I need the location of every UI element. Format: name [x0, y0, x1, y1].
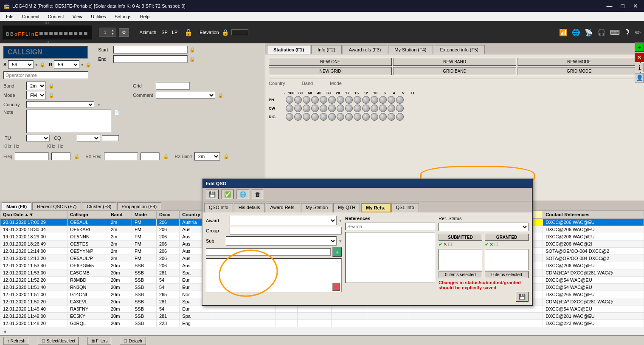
lock-icon[interactable]: 🔒: [184, 28, 193, 37]
spinner-down[interactable]: ▼: [111, 32, 115, 36]
ref-status-select[interactable]: [439, 223, 529, 231]
detach-btn[interactable]: ☐ Detach: [120, 337, 146, 345]
sub-select[interactable]: [226, 236, 337, 246]
elevation-input[interactable]: 0: [231, 29, 248, 35]
submitted-x-icon[interactable]: ✕: [443, 242, 447, 247]
header-callsign[interactable]: Callsign: [67, 211, 108, 219]
submitted-copy-icon[interactable]: ☐: [448, 242, 452, 247]
cw-dot-160[interactable]: [286, 105, 293, 112]
cw-dot-15[interactable]: [345, 105, 353, 112]
new-grid-btn[interactable]: NEW GRID: [269, 67, 392, 75]
refs-list-box[interactable]: [206, 258, 342, 292]
tab-cluster[interactable]: Cluster (F8): [82, 202, 116, 210]
edit-tab-his-details[interactable]: His details: [234, 203, 265, 212]
grid-band-btn[interactable]: GRID BAND: [393, 67, 516, 75]
comment-select[interactable]: [156, 92, 215, 99]
tab-info[interactable]: Info (F2): [311, 45, 342, 54]
mode-select[interactable]: FM: [26, 91, 46, 99]
dig-dot-6[interactable]: [371, 113, 378, 121]
dig-dot-v[interactable]: [388, 113, 395, 121]
ph-dot-80[interactable]: [294, 96, 302, 104]
refs-text-input[interactable]: [206, 248, 331, 256]
select-deselect-btn[interactable]: ☐ Select/deselect: [38, 337, 79, 345]
ph-dot-160[interactable]: [286, 96, 293, 104]
remove-ref-btn[interactable]: −: [332, 283, 340, 291]
band-select[interactable]: 2m: [26, 82, 46, 90]
menu-connect[interactable]: Connect: [18, 13, 44, 20]
tab-extended-info[interactable]: Extended info (F5): [434, 45, 485, 54]
ph-dot-20[interactable]: [328, 96, 336, 104]
r-select[interactable]: 59: [54, 60, 79, 69]
ph-dot-60[interactable]: [303, 96, 310, 104]
dig-dot-4[interactable]: [379, 113, 387, 121]
country-select[interactable]: [26, 101, 94, 108]
edit-tab-award-refs[interactable]: Award Refs.: [266, 203, 301, 212]
menu-file[interactable]: File: [2, 13, 18, 20]
granted-check-icon[interactable]: ✔: [485, 242, 489, 247]
wifi-icon[interactable]: 📶: [558, 28, 568, 37]
save-changes-btn[interactable]: 💾: [516, 292, 529, 302]
dig-dot-10[interactable]: [362, 113, 370, 121]
ph-dot-u[interactable]: [396, 96, 404, 104]
dig-dot-u[interactable]: [396, 113, 404, 121]
edit-delete-btn[interactable]: 🗑: [252, 189, 263, 199]
cw-dot-4[interactable]: [379, 105, 387, 112]
cq-input[interactable]: [102, 135, 119, 141]
header-band[interactable]: Band: [108, 211, 132, 219]
new-band-btn[interactable]: NEW BAND: [393, 58, 516, 66]
maximize-button[interactable]: □: [619, 2, 627, 10]
submitted-btn[interactable]: SUBMITTED: [439, 234, 482, 241]
side-person-btn[interactable]: 👤: [635, 73, 644, 82]
menu-contest[interactable]: Contest: [44, 13, 68, 20]
end-datetime[interactable]: 20.01.2020 17:06:10: [113, 55, 188, 63]
cw-dot-40[interactable]: [311, 105, 319, 112]
award-select[interactable]: [230, 216, 337, 225]
ph-dot-12[interactable]: [354, 96, 361, 104]
table-row[interactable]: 12.01.2020 11:48:20G0RQL20mSSB223EngDXCC…: [0, 320, 644, 327]
cw-dot-v[interactable]: [388, 105, 395, 112]
cq-select[interactable]: [77, 135, 100, 141]
tab-my-station[interactable]: My Station (F4): [388, 45, 433, 54]
minimize-button[interactable]: —: [604, 2, 615, 10]
ph-dot-15[interactable]: [345, 96, 353, 104]
dig-dot-80[interactable]: [294, 113, 302, 121]
edit-web-btn[interactable]: 🌐: [236, 189, 249, 199]
granted-items-btn[interactable]: 0 items selected: [485, 271, 529, 278]
dig-dot-15[interactable]: [345, 113, 353, 121]
operator-input[interactable]: [3, 71, 88, 79]
menu-utilities[interactable]: Utilities: [87, 13, 110, 20]
granted-btn[interactable]: GRANTED: [485, 234, 529, 241]
freq-sub[interactable]: 000: [51, 153, 70, 160]
dig-dot-30[interactable]: [320, 113, 327, 121]
dig-dot-17[interactable]: [337, 113, 344, 121]
elevation-lock-icon[interactable]: 🔒: [222, 29, 229, 36]
ph-dot-6[interactable]: [371, 96, 378, 104]
rx-freq-sub[interactable]: 000: [141, 153, 160, 160]
dig-dot-12[interactable]: [354, 113, 361, 121]
menu-help[interactable]: Help: [136, 13, 154, 20]
cw-dot-6[interactable]: [371, 105, 378, 112]
new-mode-btn[interactable]: NEW MODE: [517, 58, 641, 66]
keyboard-icon[interactable]: ⌨: [609, 28, 621, 37]
dig-dot-60[interactable]: [303, 113, 310, 121]
edit-tab-qsl-info[interactable]: QSL Info: [391, 203, 419, 212]
note-textarea[interactable]: [26, 110, 111, 133]
submitted-check-icon[interactable]: ✔: [439, 242, 442, 247]
tab-main[interactable]: Main (F6): [2, 202, 31, 210]
menu-settings[interactable]: Settings: [110, 13, 136, 20]
antenna-icon[interactable]: 📡: [584, 28, 594, 37]
ph-dot-17[interactable]: [337, 96, 344, 104]
edit-tab-my-station[interactable]: My Station: [301, 203, 332, 212]
tab-propagation[interactable]: Propagation (F9): [117, 202, 162, 210]
ph-dot-30[interactable]: [320, 96, 327, 104]
header-mode[interactable]: Mode: [132, 211, 157, 219]
add-ref-btn[interactable]: +: [332, 247, 342, 257]
pen-icon[interactable]: ✏: [634, 28, 641, 37]
grid-input[interactable]: [156, 82, 190, 90]
menu-view[interactable]: View: [68, 13, 87, 20]
ph-dot-4[interactable]: [379, 96, 387, 104]
edit-tab-qso-info[interactable]: QSO Info: [204, 203, 233, 212]
cw-dot-u[interactable]: [396, 105, 404, 112]
header-qso-date[interactable]: Qso Date ▲▼: [0, 211, 67, 219]
side-remove-btn[interactable]: ✕: [635, 53, 644, 62]
